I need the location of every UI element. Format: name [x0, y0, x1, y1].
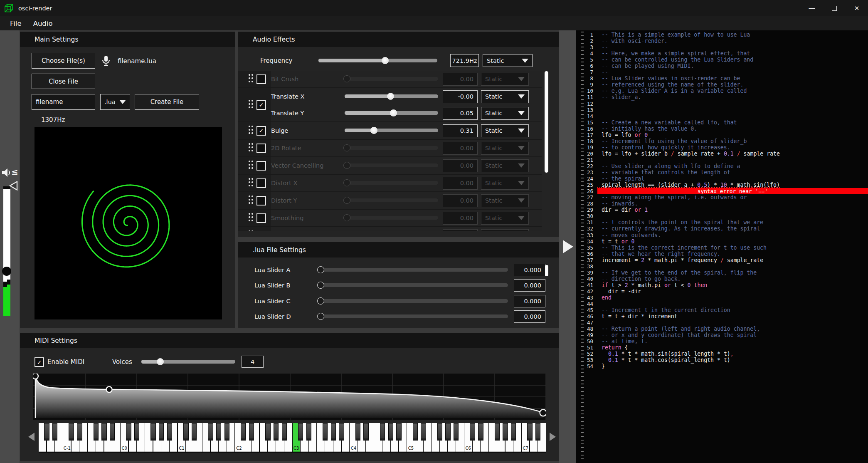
drag-handle-icon[interactable] — [249, 126, 254, 136]
volume-thumb[interactable] — [2, 267, 11, 276]
code-line[interactable]: 3-- — [576, 44, 868, 50]
envelope-node[interactable] — [540, 409, 546, 416]
create-file-button[interactable]: Create File — [135, 94, 199, 110]
slider-thumb[interactable] — [343, 162, 350, 169]
piano-black-key[interactable] — [101, 423, 106, 441]
effect-checkbox[interactable]: ✓ — [256, 100, 266, 110]
code-line[interactable]: 17lfo = lfo or 0 — [576, 132, 868, 138]
piano-black-key[interactable] — [265, 423, 270, 441]
piano-black-key[interactable] — [241, 423, 246, 441]
slider-track[interactable] — [141, 360, 235, 364]
microphone-icon[interactable] — [101, 55, 111, 67]
piano-black-key[interactable] — [470, 423, 475, 441]
drag-handle-icon[interactable] — [249, 161, 254, 171]
code-line[interactable]: 23-- variable that controls the length o… — [576, 169, 868, 176]
drag-handle-icon[interactable] — [249, 100, 254, 110]
code-line[interactable]: 11-- slider_a. — [576, 94, 868, 100]
menu-audio[interactable]: Audio — [27, 20, 59, 27]
effect-checkbox[interactable] — [256, 74, 266, 84]
slider-thumb[interactable] — [317, 282, 324, 289]
adsr-envelope[interactable] — [33, 374, 546, 420]
code-line[interactable]: 41if t > 2 * math.pi or t < 0 then — [576, 282, 868, 288]
slider-thumb[interactable] — [343, 179, 350, 186]
slider-track[interactable] — [318, 283, 508, 287]
code-line[interactable]: 15-- Create a new variable called lfo, t… — [576, 119, 868, 126]
effect-mode-dropdown[interactable]: Static — [481, 90, 529, 103]
code-line[interactable]: 38 — [576, 263, 868, 270]
voices-value[interactable]: 4 — [242, 356, 264, 368]
piano-black-key[interactable] — [503, 423, 508, 441]
slider-thumb[interactable] — [387, 93, 394, 100]
slider-thumb[interactable] — [317, 266, 324, 273]
code-line[interactable]: 30 — [576, 213, 868, 219]
code-line[interactable]: 18-- Increment lfo using the value of sl… — [576, 138, 868, 144]
resize-handle[interactable] — [581, 32, 584, 462]
effect-checkbox[interactable] — [256, 178, 266, 188]
lua-slider-value[interactable]: 0.000 — [514, 264, 545, 276]
code-line[interactable]: 52 0.1 * t * math.sin(spiral_length * t)… — [576, 351, 868, 357]
slider-thumb[interactable] — [343, 75, 350, 82]
effect-value[interactable]: 0.31 — [443, 124, 478, 137]
code-line[interactable]: 16-- initially has the value 0. — [576, 126, 868, 132]
code-line[interactable]: 33-- moves outwards. — [576, 232, 868, 238]
piano-black-key[interactable] — [380, 423, 385, 441]
piano-black-key[interactable] — [355, 423, 360, 441]
code-line[interactable]: 44 — [576, 301, 868, 307]
piano-black-key[interactable] — [150, 423, 155, 441]
effect-checkbox[interactable] — [256, 231, 266, 232]
code-line[interactable]: 14 — [576, 113, 868, 119]
filename-input[interactable]: filename — [32, 94, 95, 110]
effects-scrollbar[interactable] — [545, 71, 548, 173]
frequency-mode-dropdown[interactable]: Static — [483, 54, 533, 67]
slider[interactable] — [141, 358, 235, 366]
slider[interactable] — [318, 313, 508, 320]
piano-black-key[interactable] — [535, 423, 540, 441]
code-line[interactable]: 40-- direction to go back. — [576, 276, 868, 282]
drag-handle-icon[interactable] — [249, 74, 254, 84]
piano-black-key[interactable] — [110, 423, 115, 441]
drag-handle-icon[interactable] — [249, 230, 254, 231]
effect-value[interactable]: 0.05 — [443, 107, 478, 120]
piano-black-key[interactable] — [413, 423, 418, 441]
effect-checkbox[interactable]: ✓ — [256, 126, 266, 136]
code-line[interactable]: 31-- t controls the point on the spiral … — [576, 219, 868, 225]
code-line[interactable]: 39-- If we get to the end of the spiral,… — [576, 270, 868, 276]
enable-midi-checkbox[interactable]: ✓ — [35, 357, 44, 367]
piano-black-key[interactable] — [208, 423, 213, 441]
effect-checkbox[interactable] — [256, 196, 266, 206]
slider[interactable] — [345, 127, 438, 134]
piano-black-key[interactable] — [495, 423, 500, 441]
envelope-node[interactable] — [106, 386, 112, 392]
slider-track[interactable] — [318, 299, 508, 303]
play-icon[interactable] — [563, 240, 573, 253]
code-line[interactable]: 5-- can be controlled using the Lua Slid… — [576, 57, 868, 63]
code-line[interactable]: 34t = t or 0 — [576, 238, 868, 245]
code-line[interactable]: 50-- at time, t. — [576, 338, 868, 344]
code-line[interactable]: 54} — [576, 363, 868, 369]
frequency-value[interactable]: 721.9Hz — [450, 54, 479, 67]
slider-track[interactable] — [345, 129, 438, 132]
effect-mode-dropdown[interactable]: Static — [481, 124, 529, 137]
piano-black-key[interactable] — [298, 423, 303, 441]
maximize-icon[interactable] — [823, 0, 846, 16]
code-line[interactable]: 25spiral_length == (slider_a + 0.5) * 10… — [576, 182, 868, 188]
drag-handle-icon[interactable] — [249, 178, 254, 188]
code-line[interactable]: 29dir = dir or 1 — [576, 207, 868, 213]
slider-thumb[interactable] — [390, 109, 397, 116]
slider-track[interactable] — [318, 314, 508, 318]
code-line[interactable]: 20lfo = lfo + slider_b / sample_rate + 0… — [576, 151, 868, 157]
slider[interactable] — [318, 266, 508, 274]
code-line[interactable]: 21 — [576, 157, 868, 163]
code-line[interactable]: 32-- currently drawing. As t increases, … — [576, 225, 868, 232]
effect-mode-dropdown[interactable]: Static — [481, 229, 529, 232]
effect-mode-dropdown[interactable]: Static — [481, 73, 529, 86]
slider[interactable] — [345, 93, 438, 100]
close-icon[interactable]: ✕ — [846, 0, 868, 16]
code-line[interactable]: 12 — [576, 101, 868, 107]
slider-track[interactable] — [345, 146, 438, 150]
menu-file[interactable]: File — [4, 20, 27, 27]
effect-mode-dropdown[interactable]: Static — [481, 194, 529, 207]
lua-slider-value[interactable]: 0.000 — [514, 295, 545, 307]
piano-black-key[interactable] — [94, 423, 99, 441]
slider-track[interactable] — [345, 77, 438, 81]
